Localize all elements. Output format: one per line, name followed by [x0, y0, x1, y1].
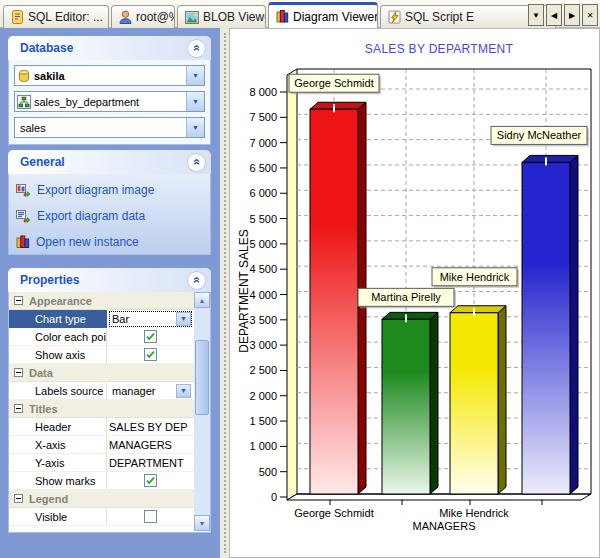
- checkbox[interactable]: [144, 474, 157, 487]
- collapse-minus-icon[interactable]: [14, 296, 23, 305]
- scroll-tabs-left-button[interactable]: ◀: [546, 4, 562, 26]
- category-label: Titles: [29, 403, 58, 415]
- export-image-icon: [16, 183, 31, 197]
- bar-mike-hendrick: [450, 306, 506, 494]
- tab-label: root@%: [136, 10, 175, 24]
- properties-panel-header: Properties »: [8, 268, 211, 292]
- tab-root[interactable]: root@%: [111, 5, 175, 28]
- link-export-diagram-data[interactable]: Export diagram data: [9, 203, 210, 229]
- collapse-database-button[interactable]: »: [187, 39, 206, 58]
- database-panel: Database » sakila▼sales_by_department▼sa…: [8, 36, 211, 145]
- property-value: MANAGERS: [109, 439, 172, 451]
- property-row-y-axis[interactable]: Y-axisDEPARTMENT: [9, 454, 194, 472]
- property-row-chart-type[interactable]: Chart typeBar▼: [9, 310, 194, 328]
- x-category-label: Mike Hendrick: [439, 507, 509, 519]
- scroll-down-button[interactable]: ▼: [194, 515, 210, 531]
- collapse-minus-icon[interactable]: [14, 494, 23, 503]
- svg-text:Sidny McNeather: Sidny McNeather: [497, 129, 582, 141]
- svg-text:Mike Hendrick: Mike Hendrick: [440, 271, 510, 283]
- document-tab-bar: SQL Editor: ...root@%BLOB ViewerDiagram …: [0, 0, 600, 28]
- combo-sakila[interactable]: sakila▼: [14, 65, 205, 86]
- tab-menu-button[interactable]: ▼: [528, 4, 544, 26]
- property-row-titles: Titles: [9, 400, 194, 418]
- splitter-grip: [224, 33, 226, 553]
- general-panel: General » Export diagram imageExport dia…: [8, 150, 211, 255]
- dropdown[interactable]: Bar▼: [109, 311, 192, 327]
- y-tick-label: 7 000: [249, 137, 277, 149]
- diagram-icon: [276, 10, 289, 23]
- property-row-header[interactable]: HeaderSALES BY DEP: [9, 418, 194, 436]
- y-tick-label: 8 000: [249, 86, 277, 98]
- property-row-labels-source[interactable]: Labels sourcemanager▼: [9, 382, 194, 400]
- chevron-down-icon[interactable]: ▼: [176, 384, 191, 398]
- tab-label: BLOB Viewer: [203, 10, 266, 24]
- diagram-viewer-panel: SALES BY DEPARTMENT 05001 0001 5002 0002…: [229, 28, 600, 558]
- bar-top-mark: [473, 308, 475, 316]
- link-export-diagram-image[interactable]: Export diagram image: [9, 177, 210, 203]
- property-row-data: Data: [9, 364, 194, 382]
- combo-sales-by-department[interactable]: sales_by_department▼: [14, 91, 205, 112]
- axis-floor: [287, 494, 591, 500]
- y-tick-label: 6 000: [249, 187, 277, 199]
- y-tick-label: 1 500: [249, 415, 277, 427]
- property-row-show-axis[interactable]: Show axis: [9, 346, 194, 364]
- y-tick-label: 4 000: [249, 289, 277, 301]
- tab-label: Diagram Viewer: [293, 10, 378, 24]
- new-instance-icon: [16, 235, 30, 249]
- close-tab-button[interactable]: ✕: [582, 4, 598, 26]
- collapse-properties-button[interactable]: »: [187, 271, 206, 290]
- bar-top-mark: [405, 314, 407, 322]
- svg-text:George Schmidt: George Schmidt: [294, 77, 373, 89]
- property-row-show-marks[interactable]: Show marks: [9, 472, 194, 490]
- y-tick-label: 4 500: [249, 263, 277, 275]
- property-value: DEPARTMENT: [109, 457, 184, 469]
- y-tick-label: 5 000: [249, 238, 277, 250]
- property-row-color-each-poir[interactable]: Color each poir: [9, 328, 194, 346]
- link-label: Open new instance: [36, 235, 139, 249]
- sidebar: Database » sakila▼sales_by_department▼sa…: [0, 28, 220, 558]
- scroll-tabs-right-button[interactable]: ▶: [564, 4, 580, 26]
- chevron-up-icon: »: [191, 159, 203, 166]
- property-label: Chart type: [9, 310, 107, 328]
- checkbox[interactable]: [144, 348, 157, 361]
- dropdown[interactable]: manager▼: [109, 383, 192, 399]
- x-axis-title: MANAGERS: [413, 520, 476, 532]
- collapse-general-button[interactable]: »: [187, 153, 206, 172]
- link-label: Export diagram data: [37, 209, 145, 223]
- svg-text:Martina Pirelly: Martina Pirelly: [371, 291, 441, 303]
- collapse-minus-icon[interactable]: [14, 368, 23, 377]
- combo-value: sales: [18, 122, 186, 134]
- chevron-down-icon[interactable]: ▼: [186, 118, 204, 137]
- general-panel-body: Export diagram imageExport diagram dataO…: [8, 174, 211, 255]
- checkbox[interactable]: [144, 510, 157, 523]
- point-label-sidny-mcneather: Sidny McNeather: [491, 126, 589, 146]
- link-open-new-instance[interactable]: Open new instance: [9, 229, 210, 255]
- tab-nav: ▼◀▶✕: [528, 4, 598, 26]
- property-row-visible[interactable]: Visible: [9, 508, 194, 526]
- image-icon: [185, 11, 199, 24]
- tab-blob-viewer[interactable]: BLOB Viewer: [177, 5, 266, 28]
- scrollbar-thumb[interactable]: [195, 340, 209, 415]
- tab-sql-editor[interactable]: SQL Editor: ...: [3, 5, 109, 28]
- chevron-down-icon[interactable]: ▼: [186, 92, 204, 111]
- properties-scrollbar[interactable]: ▲ ▼: [194, 292, 210, 531]
- property-value: SALES BY DEP: [109, 421, 188, 433]
- y-tick-label: 3 000: [249, 339, 277, 351]
- property-label: Visible: [9, 508, 107, 526]
- point-label-george-schmidt: George Schmidt: [289, 74, 381, 94]
- tab-label: SQL Editor: ...: [28, 10, 103, 24]
- tab-diagram-viewer[interactable]: Diagram Viewer: [268, 2, 378, 28]
- category-label: Data: [29, 367, 53, 379]
- sidebar-splitter[interactable]: [220, 28, 229, 558]
- scroll-up-button[interactable]: ▲: [194, 292, 210, 308]
- combo-sales[interactable]: sales▼: [14, 117, 205, 138]
- bar-sidny-mcneather: [522, 155, 578, 494]
- chevron-down-icon[interactable]: ▼: [186, 66, 204, 85]
- chevron-down-icon[interactable]: ▼: [176, 312, 191, 326]
- point-label-mike-hendrick: Mike Hendrick: [432, 268, 519, 288]
- collapse-minus-icon[interactable]: [14, 404, 23, 413]
- checkbox[interactable]: [144, 330, 157, 343]
- property-label: Show axis: [9, 346, 107, 364]
- export-data-icon: [16, 209, 31, 223]
- property-row-x-axis[interactable]: X-axisMANAGERS: [9, 436, 194, 454]
